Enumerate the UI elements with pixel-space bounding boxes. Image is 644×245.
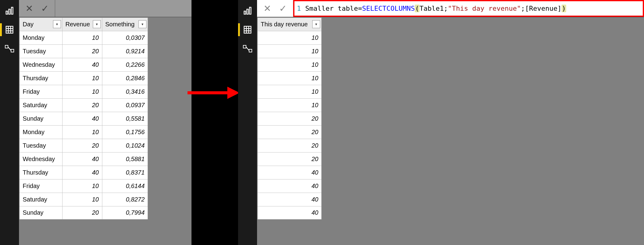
- cell-this-day-revenue[interactable]: 40: [257, 193, 322, 206]
- formula-commit-icon[interactable]: ✓: [279, 4, 287, 13]
- cell-day[interactable]: Wednesday: [19, 152, 62, 166]
- table-row[interactable]: 20: [257, 152, 322, 166]
- formula-input-empty[interactable]: [55, 0, 191, 17]
- column-dropdown-icon[interactable]: ▾: [138, 20, 146, 28]
- cell-something[interactable]: 0,1024: [102, 139, 148, 152]
- table-row[interactable]: 40: [257, 193, 322, 206]
- table-row[interactable]: 40: [257, 179, 322, 193]
- table-row[interactable]: 20: [257, 139, 322, 152]
- model-view-icon[interactable]: [242, 43, 253, 54]
- cell-revenue[interactable]: 20: [62, 98, 102, 112]
- report-view-icon[interactable]: [242, 6, 253, 16]
- table-row[interactable]: Saturday100,8272: [19, 193, 148, 206]
- cell-something[interactable]: 0,8371: [102, 166, 148, 179]
- table-row[interactable]: Sunday400,5581: [19, 112, 148, 125]
- table-row[interactable]: 20: [257, 125, 322, 139]
- column-header[interactable]: Day▾: [19, 17, 62, 31]
- cell-this-day-revenue[interactable]: 40: [257, 179, 322, 193]
- data-view-icon[interactable]: [4, 24, 15, 35]
- column-dropdown-icon[interactable]: ▾: [312, 20, 320, 28]
- cell-day[interactable]: Friday: [19, 85, 62, 98]
- table-row[interactable]: Monday100,0307: [19, 31, 148, 44]
- table-row[interactable]: Tuesday200,1024: [19, 139, 148, 152]
- cell-revenue[interactable]: 10: [62, 193, 102, 206]
- cell-something[interactable]: 0,2846: [102, 71, 148, 85]
- cell-day[interactable]: Monday: [19, 125, 62, 139]
- cell-revenue[interactable]: 10: [62, 85, 102, 98]
- table-row[interactable]: 10: [257, 31, 322, 44]
- column-header[interactable]: Something▾: [102, 17, 148, 31]
- cell-day[interactable]: Sunday: [19, 112, 62, 125]
- column-header[interactable]: This day revenue▾: [257, 17, 322, 31]
- table-row[interactable]: Friday100,3416: [19, 85, 148, 98]
- table-row[interactable]: Tuesday200,9214: [19, 44, 148, 58]
- column-dropdown-icon[interactable]: ▾: [93, 20, 101, 28]
- cell-this-day-revenue[interactable]: 10: [257, 44, 322, 58]
- cell-revenue[interactable]: 40: [62, 166, 102, 179]
- right-data-table[interactable]: This day revenue▾ 1010101010102020202040…: [257, 17, 322, 220]
- report-view-icon[interactable]: [4, 6, 15, 16]
- cell-this-day-revenue[interactable]: 20: [257, 112, 322, 125]
- cell-something[interactable]: 0,5881: [102, 152, 148, 166]
- cell-something[interactable]: 0,9214: [102, 44, 148, 58]
- formula-cancel-icon[interactable]: ✕: [25, 4, 33, 13]
- table-row[interactable]: Monday100,1756: [19, 125, 148, 139]
- table-row[interactable]: Friday100,6144: [19, 179, 148, 193]
- table-row[interactable]: Wednesday400,2266: [19, 58, 148, 71]
- left-data-table[interactable]: Day▾Revenue▾Something▾ Monday100,0307Tue…: [19, 17, 148, 220]
- cell-revenue[interactable]: 40: [62, 58, 102, 71]
- cell-something[interactable]: 0,3416: [102, 85, 148, 98]
- table-row[interactable]: Wednesday400,5881: [19, 152, 148, 166]
- cell-revenue[interactable]: 40: [62, 152, 102, 166]
- cell-something[interactable]: 0,0937: [102, 98, 148, 112]
- data-view-icon[interactable]: [242, 24, 253, 35]
- table-row[interactable]: 10: [257, 71, 322, 85]
- cell-this-day-revenue[interactable]: 10: [257, 98, 322, 112]
- cell-day[interactable]: Saturday: [19, 193, 62, 206]
- cell-revenue[interactable]: 10: [62, 179, 102, 193]
- cell-revenue[interactable]: 10: [62, 31, 102, 44]
- cell-day[interactable]: Saturday: [19, 98, 62, 112]
- cell-something[interactable]: 0,5581: [102, 112, 148, 125]
- table-row[interactable]: Sunday200,7994: [19, 206, 148, 220]
- table-row[interactable]: 10: [257, 98, 322, 112]
- cell-day[interactable]: Monday: [19, 31, 62, 44]
- cell-day[interactable]: Thursday: [19, 71, 62, 85]
- model-view-icon[interactable]: [4, 43, 15, 54]
- cell-something[interactable]: 0,1756: [102, 125, 148, 139]
- formula-input[interactable]: 1 Smaller table = SELECTCOLUMNS ( Table1…: [293, 0, 644, 17]
- formula-cancel-icon[interactable]: ✕: [263, 4, 271, 13]
- cell-day[interactable]: Friday: [19, 179, 62, 193]
- table-row[interactable]: Saturday200,0937: [19, 98, 148, 112]
- column-dropdown-icon[interactable]: ▾: [53, 20, 61, 28]
- table-row[interactable]: 10: [257, 85, 322, 98]
- cell-this-day-revenue[interactable]: 40: [257, 206, 322, 220]
- table-row[interactable]: 10: [257, 44, 322, 58]
- formula-commit-icon[interactable]: ✓: [41, 4, 49, 13]
- cell-day[interactable]: Tuesday: [19, 139, 62, 152]
- table-row[interactable]: 20: [257, 112, 322, 125]
- cell-this-day-revenue[interactable]: 10: [257, 58, 322, 71]
- cell-day[interactable]: Wednesday: [19, 58, 62, 71]
- cell-something[interactable]: 0,7994: [102, 206, 148, 220]
- table-row[interactable]: 10: [257, 58, 322, 71]
- cell-this-day-revenue[interactable]: 10: [257, 31, 322, 44]
- cell-revenue[interactable]: 20: [62, 139, 102, 152]
- table-row[interactable]: 40: [257, 206, 322, 220]
- cell-revenue[interactable]: 20: [62, 44, 102, 58]
- cell-something[interactable]: 0,8272: [102, 193, 148, 206]
- cell-revenue[interactable]: 20: [62, 206, 102, 220]
- cell-this-day-revenue[interactable]: 10: [257, 85, 322, 98]
- cell-this-day-revenue[interactable]: 20: [257, 152, 322, 166]
- cell-this-day-revenue[interactable]: 40: [257, 166, 322, 179]
- cell-something[interactable]: 0,6144: [102, 179, 148, 193]
- table-row[interactable]: Thursday400,8371: [19, 166, 148, 179]
- cell-something[interactable]: 0,2266: [102, 58, 148, 71]
- cell-revenue[interactable]: 10: [62, 125, 102, 139]
- cell-day[interactable]: Sunday: [19, 206, 62, 220]
- table-row[interactable]: 40: [257, 166, 322, 179]
- cell-this-day-revenue[interactable]: 20: [257, 139, 322, 152]
- cell-this-day-revenue[interactable]: 10: [257, 71, 322, 85]
- cell-revenue[interactable]: 10: [62, 71, 102, 85]
- table-row[interactable]: Thursday100,2846: [19, 71, 148, 85]
